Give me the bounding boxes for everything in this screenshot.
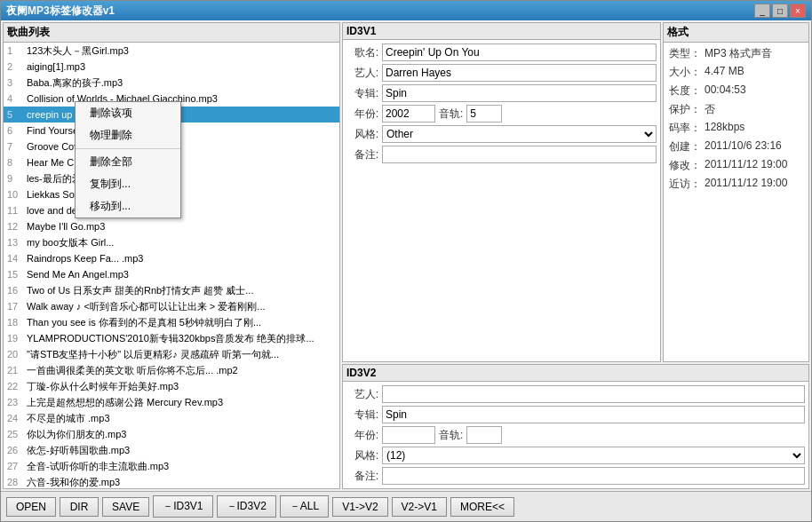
list-item[interactable]: 23上完是超然想想的感谢公路 Mercury Rev.mp3 — [4, 394, 339, 410]
list-item[interactable]: 17Walk away ♪ <听到音乐心都可以让让出来 > 爱着刚刚... — [4, 298, 339, 314]
maximize-button[interactable]: □ — [772, 4, 788, 18]
v2-comment-row: 备注: — [346, 467, 805, 485]
list-item[interactable]: 13my boo女版本 Girl... — [4, 234, 339, 250]
v2-artist-row: 艺人: — [346, 385, 805, 403]
list-item[interactable]: 21一首曲调很柔美的英文歌 听后你将不忘后... .mp2 — [4, 362, 339, 378]
dir-button[interactable]: DIR — [60, 497, 99, 517]
track-input[interactable] — [466, 105, 502, 123]
year-input[interactable] — [382, 105, 435, 123]
song-name: "请STB友坚持十小秒" 以后更精彩♪ 灵感疏碎 听第一句就... — [27, 349, 279, 360]
song-name: aiging[1].mp3 — [27, 61, 85, 72]
more-button[interactable]: MORE<< — [450, 497, 514, 517]
song-name: Raindrops Keep Fa... .mp3 — [27, 253, 143, 264]
v2-v1-button[interactable]: V2->V1 — [392, 497, 447, 517]
song-num: 1 — [7, 44, 23, 58]
format-type-row: 类型： MP3 格式声音 — [669, 46, 803, 61]
genre-select[interactable]: Other Pop Rock Jazz — [382, 125, 657, 143]
list-item[interactable]: 15Send Me An Angel.mp3 — [4, 266, 339, 282]
v2-artist-input[interactable] — [382, 385, 805, 403]
song-num: 21 — [7, 363, 23, 377]
song-num: 23 — [7, 395, 23, 409]
comment-input[interactable] — [382, 146, 657, 163]
song-num: 20 — [7, 347, 23, 361]
list-item[interactable]: 19YLAMPRODUCTIONS'2010新专辑320kbps音质发布 绝美的… — [4, 330, 339, 346]
song-name: 不尽是的城市 .mp3 — [27, 413, 110, 423]
window-title: 夜阑MP3标签修改器v1 — [6, 4, 115, 19]
list-item[interactable]: 2aiging[1].mp3 — [4, 59, 339, 75]
song-name: Maybe I'll Go.mp3 — [27, 221, 105, 232]
minus-id3v1-button[interactable]: －ID3V1 — [153, 495, 212, 518]
song-num: 10 — [7, 187, 23, 202]
v2-year-input[interactable] — [382, 426, 435, 444]
context-menu-item-delete-item[interactable]: 删除该项 — [76, 102, 180, 124]
song-name: my boo女版本 Girl... — [27, 237, 114, 248]
id3v1-panel: ID3V1 歌名: 艺人: — [342, 22, 661, 362]
minimize-button[interactable]: _ — [754, 4, 770, 18]
list-item[interactable]: 16Two of Us 日系女声 甜美的Rnb打情女声 超赞 威士... — [4, 282, 339, 298]
genre-row: 风格: Other Pop Rock Jazz — [346, 125, 657, 143]
song-name: Walk away ♪ <听到音乐心都可以让让出来 > 爱着刚刚... — [27, 301, 266, 312]
save-button[interactable]: SAVE — [102, 497, 149, 517]
artist-input[interactable] — [382, 64, 657, 82]
song-name-input[interactable] — [382, 44, 657, 61]
minus-id3v2-button[interactable]: －ID3V2 — [217, 495, 276, 518]
list-item[interactable]: 12Maybe I'll Go.mp3 — [4, 218, 339, 234]
song-num: 3 — [7, 75, 23, 90]
album-input[interactable] — [382, 84, 657, 102]
song-num: 5 — [7, 107, 23, 122]
format-accessed-row: 近访： 2011/11/12 19:00 — [669, 177, 803, 192]
song-num: 7 — [7, 139, 23, 154]
list-item[interactable]: 14Raindrops Keep Fa... .mp3 — [4, 250, 339, 266]
year-track-row: 年份: 音轨: — [346, 105, 657, 123]
bitrate-key: 码率： — [669, 121, 701, 136]
v1-v2-button[interactable]: V1->V2 — [332, 497, 387, 517]
genre-label: 风格: — [346, 127, 378, 142]
duration-key: 长度： — [669, 83, 701, 99]
song-num: 25 — [7, 427, 23, 441]
list-item[interactable]: 20"请STB友坚持十小秒" 以后更精彩♪ 灵感疏碎 听第一句就... — [4, 346, 339, 362]
song-name: Baba.离家的孩子.mp3 — [27, 77, 123, 88]
id3v2-panel: ID3V2 艺人: 专辑: 年份: — [342, 364, 809, 489]
list-item[interactable]: 24不尽是的城市 .mp3 — [4, 410, 339, 426]
song-list-panel: 歌曲列表 1123木头人－黑Girl.mp32aiging[1].mp33Bab… — [3, 22, 340, 489]
id3v1-fields: 歌名: 艺人: 专辑: — [343, 40, 660, 167]
context-menu-item-delete-all[interactable]: 删除全部 — [76, 151, 180, 173]
song-num: 19 — [7, 331, 23, 345]
open-button[interactable]: OPEN — [6, 497, 56, 517]
close-button[interactable]: × — [790, 4, 806, 18]
all-button[interactable]: －ALL — [280, 495, 329, 518]
list-item[interactable]: 27全音-试听你听的非主流歌曲.mp3 — [4, 458, 339, 474]
bottom-bar: OPEN DIR SAVE －ID3V1 －ID3V2 －ALL V1->V2 … — [1, 491, 811, 521]
song-num: 17 — [7, 299, 23, 313]
artist-label: 艺人: — [346, 66, 378, 81]
v2-genre-label: 风格: — [346, 448, 378, 463]
list-item[interactable]: 25你以为你们朋友的.mp3 — [4, 426, 339, 442]
duration-val: 00:04:53 — [705, 83, 746, 99]
v2-genre-row: 风格: (12) Other Pop — [346, 447, 805, 464]
list-item[interactable]: 26依怎-好听韩国歌曲.mp3 — [4, 442, 339, 458]
song-num: 14 — [7, 251, 23, 265]
song-num: 2 — [7, 59, 23, 74]
song-num: 26 — [7, 443, 23, 457]
id3v2-fields: 艺人: 专辑: 年份: 音轨: — [343, 382, 808, 488]
v2-track-input[interactable] — [466, 426, 502, 444]
context-menu-item-move-to[interactable]: 移动到... — [76, 195, 180, 218]
list-item[interactable]: 18Than you see is 你看到的不是真相 5秒钟就明白了刚... — [4, 314, 339, 330]
list-item[interactable]: 3Baba.离家的孩子.mp3 — [4, 75, 339, 91]
bitrate-val: 128kbps — [705, 121, 744, 136]
song-name: 全音-试听你听的非主流歌曲.mp3 — [27, 461, 169, 471]
song-name: Than you see is 你看到的不是真相 5秒钟就明白了刚... — [27, 317, 261, 328]
list-item[interactable]: 1123木头人－黑Girl.mp3 — [4, 43, 339, 59]
v2-comment-input[interactable] — [382, 467, 805, 485]
song-num: 22 — [7, 379, 23, 393]
track-label: 音轨: — [439, 107, 463, 122]
list-item[interactable]: 28六音-我和你的爱.mp3 — [4, 474, 339, 488]
song-name: 你以为你们朋友的.mp3 — [27, 429, 126, 439]
v2-album-input[interactable] — [382, 406, 805, 423]
context-menu-item-physical-delete[interactable]: 物理删除 — [76, 124, 180, 146]
size-val: 4.47 MB — [705, 65, 744, 80]
v2-genre-select[interactable]: (12) Other Pop — [382, 447, 805, 464]
list-item[interactable]: 22丁璇-你从什么时候年开始美好.mp3 — [4, 378, 339, 394]
song-name: Two of Us 日系女声 甜美的Rnb打情女声 超赞 威士... — [27, 285, 253, 296]
context-menu-item-copy-to[interactable]: 复制到... — [76, 173, 180, 195]
